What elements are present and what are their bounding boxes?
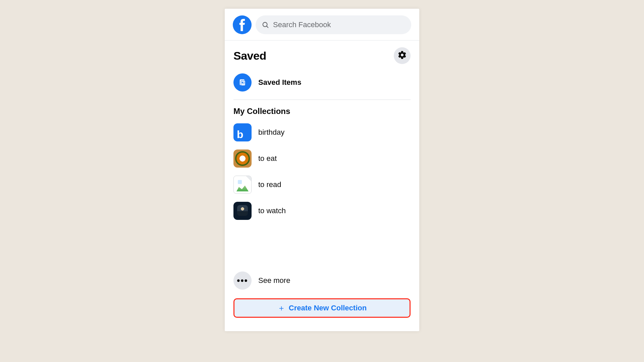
titlebar: Saved — [225, 41, 419, 69]
collection-label: to read — [258, 180, 281, 189]
saved-items-icon — [233, 73, 252, 92]
collection-thumb-to-read — [233, 176, 252, 194]
saved-panel: Saved Saved Items My Collections b — [225, 9, 419, 331]
svg-rect-7 — [244, 82, 245, 83]
collection-label: to eat — [258, 154, 277, 163]
svg-rect-8 — [242, 84, 245, 84]
spacer — [225, 224, 419, 267]
saved-items-label: Saved Items — [258, 78, 301, 87]
svg-line-2 — [267, 26, 268, 27]
create-row: ＋ Create New Collection — [225, 294, 419, 331]
svg-rect-6 — [244, 82, 245, 82]
search-icon — [262, 21, 269, 28]
page-title: Saved — [233, 49, 266, 62]
search-input[interactable] — [273, 20, 405, 29]
plus-icon: ＋ — [277, 304, 285, 312]
collection-label: to watch — [258, 206, 286, 215]
search-field[interactable] — [256, 15, 411, 34]
more-icon: ••• — [233, 272, 252, 290]
settings-button[interactable] — [394, 47, 411, 64]
see-more-label: See more — [258, 276, 290, 285]
collection-thumb-to-watch — [233, 202, 252, 220]
divider — [233, 100, 411, 100]
create-button-label: Create New Collection — [289, 304, 367, 312]
svg-rect-5 — [242, 82, 243, 83]
collection-to-eat[interactable]: to eat — [225, 145, 419, 172]
facebook-logo[interactable] — [233, 15, 252, 34]
collection-label: birthday — [258, 128, 284, 137]
saved-items-nav[interactable]: Saved Items — [225, 69, 419, 96]
collection-thumb-birthday: b — [233, 123, 252, 141]
collections-title: My Collections — [225, 104, 419, 119]
collection-thumb-to-eat — [233, 149, 252, 168]
topbar — [225, 9, 419, 41]
see-more[interactable]: ••• See more — [225, 267, 419, 294]
collection-to-read[interactable]: to read — [225, 172, 419, 198]
create-new-collection-button[interactable]: ＋ Create New Collection — [233, 298, 411, 318]
gear-icon — [397, 50, 407, 61]
collection-birthday[interactable]: b birthday — [225, 119, 419, 145]
collection-to-watch[interactable]: to watch — [225, 198, 419, 224]
